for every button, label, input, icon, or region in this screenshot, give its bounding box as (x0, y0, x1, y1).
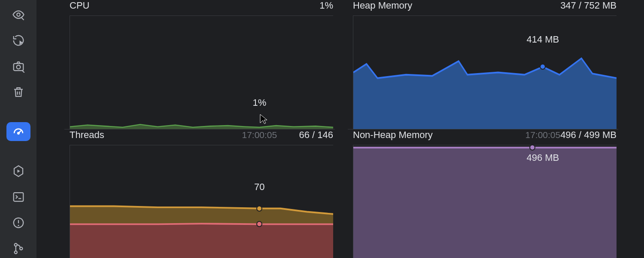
panel-title: CPU (70, 0, 89, 11)
camera-icon[interactable] (6, 57, 30, 76)
panel-cpu[interactable]: CPU 1% 1% 17:00:05 (64, 0, 335, 129)
panel-nonheap[interactable]: Non-Heap Memory 496 / 499 MB 496 MB 17:0… (348, 129, 618, 258)
svg-point-2 (16, 65, 20, 69)
panel-threads[interactable]: Threads 66 / 146 70 17:00:05 (64, 129, 335, 258)
panel-title: Threads (70, 129, 104, 141)
heap-marker-label: 414 MB (526, 34, 559, 45)
threads-marker-label: 70 (254, 181, 264, 193)
svg-point-8 (14, 251, 17, 254)
panel-value: 347 / 752 MB (560, 0, 617, 11)
panel-value: 66 / 146 (299, 129, 333, 141)
svg-point-6 (18, 225, 19, 226)
heap-chart[interactable]: 414 MB 17:00:05 (353, 15, 617, 129)
terminal-icon[interactable] (6, 187, 30, 206)
profiler-dashboard: CPU 1% 1% 17:00:05 Heap Memory 347 / 752… (64, 0, 644, 258)
svg-rect-1 (13, 64, 23, 71)
threads-marker-dot-b (256, 221, 262, 227)
nonheap-chart[interactable]: 496 MB 17:00:05 (353, 145, 617, 258)
svg-rect-4 (13, 193, 23, 201)
nonheap-marker-label: 496 MB (526, 152, 559, 163)
panel-title: Heap Memory (353, 0, 412, 11)
heap-marker-dot (540, 64, 546, 70)
cpu-marker-label: 1% (252, 97, 266, 108)
git-icon[interactable] (6, 239, 30, 258)
problems-icon[interactable] (6, 213, 30, 232)
panel-value: 1% (319, 0, 333, 11)
svg-point-0 (17, 13, 20, 16)
svg-point-7 (14, 243, 17, 246)
tool-window-rail (0, 0, 36, 258)
svg-point-3 (18, 132, 19, 134)
threads-marker-dot-a (256, 206, 262, 212)
panel-title: Non-Heap Memory (353, 129, 433, 141)
dashboard-icon[interactable] (6, 122, 30, 141)
nonheap-marker-dot (529, 144, 535, 150)
history-icon[interactable] (6, 31, 30, 50)
threads-chart[interactable]: 70 17:00:05 (70, 145, 333, 258)
view-icon[interactable] (6, 5, 30, 24)
panel-value: 496 / 499 MB (560, 129, 617, 141)
panel-heap[interactable]: Heap Memory 347 / 752 MB 414 MB 17:00:05 (348, 0, 618, 129)
cpu-chart[interactable]: 1% 17:00:05 (70, 15, 333, 129)
services-icon[interactable] (6, 162, 30, 181)
trash-icon[interactable] (6, 83, 30, 101)
svg-point-9 (20, 247, 22, 250)
